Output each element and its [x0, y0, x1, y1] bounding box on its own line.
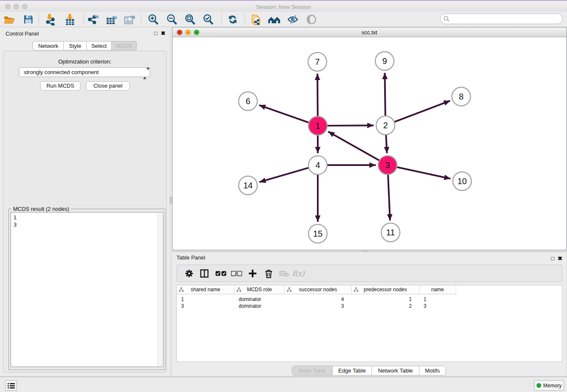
- column-header-label: shared name: [190, 287, 220, 293]
- search-icon: [443, 16, 450, 22]
- add-column-icon[interactable]: [246, 267, 259, 280]
- mcds-result-group: MCDS result (2 nodes) 1 3: [8, 209, 165, 370]
- column-header-shared-name[interactable]: shared name: [177, 285, 234, 294]
- mcds-result-title: MCDS result (2 nodes): [11, 206, 71, 212]
- tab-mcds[interactable]: MCDS: [112, 41, 137, 50]
- zoom-out-icon[interactable]: [165, 13, 179, 26]
- table-cell[interactable]: 1: [177, 296, 234, 303]
- graph-edge-3-11[interactable]: [388, 174, 390, 221]
- column-header-label: name: [431, 287, 444, 293]
- table-cell[interactable]: dominator: [234, 296, 285, 303]
- search-input[interactable]: [450, 16, 556, 22]
- task-history-button[interactable]: [5, 380, 17, 391]
- graph-edge-2-3[interactable]: [386, 134, 387, 153]
- network-view-window: × – + scc.txt 7968124314101511: [172, 27, 567, 250]
- close-panel-icon[interactable]: ✖: [558, 255, 562, 262]
- memory-status-icon: [537, 383, 541, 388]
- optimization-criterion-select[interactable]: strongly connected component: [19, 67, 150, 77]
- column-header-successor-nodes[interactable]: successor nodes: [285, 285, 352, 294]
- graph-node-label: 4: [315, 160, 320, 170]
- tab-motifs[interactable]: Motifs: [419, 366, 446, 375]
- delete-columns-icon[interactable]: [262, 267, 275, 280]
- refresh-icon[interactable]: [226, 13, 239, 26]
- tab-node-table[interactable]: Node Table: [292, 366, 333, 375]
- graph-node-label: 7: [315, 57, 319, 66]
- toolbar-separator: [141, 14, 141, 25]
- export-table-icon[interactable]: [105, 13, 118, 26]
- show-columns-icon[interactable]: [198, 267, 211, 280]
- close-panel-icon[interactable]: ✖: [161, 30, 165, 36]
- graph-edge-1-2[interactable]: [326, 125, 374, 126]
- table-settings-icon[interactable]: [183, 267, 195, 280]
- toolbar-separator: [39, 14, 39, 25]
- unselect-all-columns-icon[interactable]: [230, 267, 243, 280]
- export-image-icon[interactable]: [123, 13, 137, 26]
- control-panel-title: Control Panel: [6, 30, 39, 37]
- graph-edge-1-6[interactable]: [259, 105, 310, 123]
- import-network-icon[interactable]: [43, 13, 57, 26]
- graph-edge-3-10[interactable]: [396, 167, 451, 179]
- table-cell[interactable]: dominator: [234, 303, 285, 309]
- table-cell[interactable]: 3: [285, 303, 352, 309]
- column-type-icon: [179, 287, 184, 293]
- tab-edge-table[interactable]: Edge Table: [333, 366, 372, 375]
- graph-node-label: 14: [243, 181, 253, 190]
- hide-selected-icon[interactable]: [286, 13, 300, 26]
- graph-node-label: 3: [385, 160, 390, 170]
- table-cell[interactable]: 1: [419, 296, 456, 303]
- run-mcds-button[interactable]: Run MCDS: [40, 81, 80, 91]
- first-neighbors-icon[interactable]: [267, 13, 281, 26]
- delete-table-icon[interactable]: [278, 267, 290, 280]
- column-type-icon: [354, 287, 358, 293]
- zoom-fit-icon[interactable]: [183, 13, 197, 26]
- import-table-icon[interactable]: [63, 13, 77, 26]
- table-cell[interactable]: 4: [285, 296, 352, 303]
- graph-edge-3-1[interactable]: [328, 132, 380, 161]
- memory-button[interactable]: Memory: [534, 380, 564, 391]
- column-header-MCDS-role[interactable]: MCDS role: [234, 285, 285, 294]
- mcds-result-scrollbar[interactable]: [157, 213, 162, 367]
- column-header-label: MCDS role: [247, 287, 272, 293]
- column-header-name[interactable]: name: [419, 285, 456, 294]
- close-panel-button[interactable]: Close panel: [86, 81, 130, 91]
- export-network-icon[interactable]: [86, 13, 100, 26]
- network-canvas[interactable]: 7968124314101511: [173, 37, 566, 250]
- graph-edge-2-9[interactable]: [385, 73, 385, 117]
- table-toolbar: f(x): [176, 265, 562, 282]
- select-all-columns-icon[interactable]: [215, 267, 227, 280]
- graph-node-label: 1: [315, 121, 320, 130]
- float-panel-icon[interactable]: □: [551, 255, 554, 262]
- graph-node-label: 8: [459, 92, 463, 101]
- graph-edge-2-8[interactable]: [394, 101, 450, 122]
- table-cell[interactable]: 2: [352, 303, 419, 309]
- open-file-icon[interactable]: [3, 13, 16, 26]
- tab-style[interactable]: Style: [64, 41, 87, 50]
- graph-edge-1-7[interactable]: [317, 74, 318, 117]
- tab-network[interactable]: Network: [33, 41, 64, 50]
- table-cell[interactable]: 3: [419, 303, 456, 309]
- window-title: Session: New Session: [0, 4, 567, 10]
- column-type-icon: [237, 287, 241, 293]
- tab-network-table[interactable]: Network Table: [372, 366, 419, 375]
- save-session-icon[interactable]: [22, 13, 35, 26]
- zoom-selected-icon[interactable]: [201, 13, 215, 26]
- copy-network-icon[interactable]: [249, 13, 263, 26]
- search-box[interactable]: [440, 14, 563, 24]
- show-all-icon[interactable]: [305, 13, 318, 26]
- zoom-in-icon[interactable]: [146, 13, 160, 26]
- function-builder-icon[interactable]: f(x): [292, 267, 305, 280]
- mcds-result-text[interactable]: 1 3: [11, 212, 163, 367]
- table-cell[interactable]: 3: [177, 303, 234, 309]
- float-panel-icon[interactable]: □: [154, 30, 157, 36]
- window-titlebar: Session: New Session: [0, 0, 567, 12]
- column-header-predecessor-nodes[interactable]: predecessor nodes: [352, 285, 419, 294]
- mcds-result-lines: 1 3: [14, 214, 17, 228]
- table-panel: Table Panel □ ✖ f(x) shared nameMCDS rol…: [172, 252, 567, 376]
- graph-edge-4-14[interactable]: [259, 168, 310, 182]
- toolbar-separator: [83, 14, 84, 25]
- table-cell[interactable]: 1: [352, 296, 419, 303]
- tab-select[interactable]: Select: [87, 41, 112, 50]
- toolbar-separator: [245, 14, 245, 25]
- graph-node-label: 2: [383, 121, 388, 130]
- dropdown-spinner-icon: [143, 69, 147, 76]
